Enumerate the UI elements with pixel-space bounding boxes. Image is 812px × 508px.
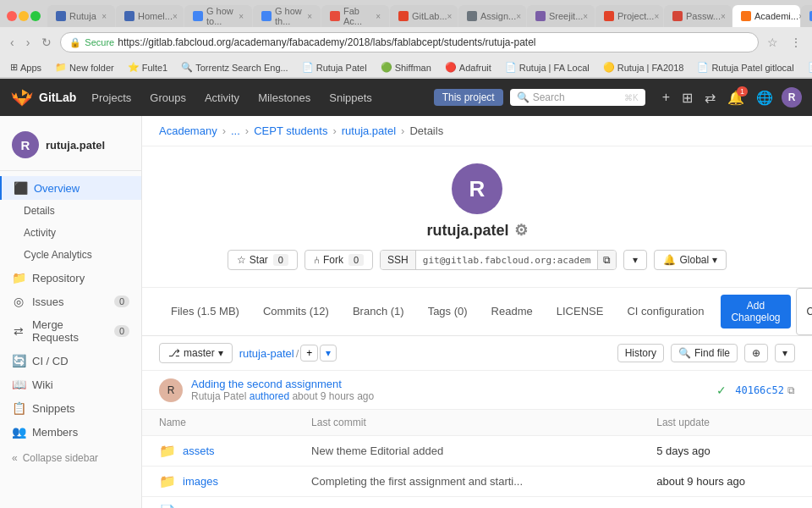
bookmark-torrentz[interactable]: 🔍 Torrentz Search Eng... bbox=[178, 61, 291, 74]
browser-tab-6[interactable]: Assign... × bbox=[458, 5, 526, 27]
sidebar-item-members[interactable]: 👥 Members bbox=[0, 420, 141, 444]
browser-tab-0[interactable]: Rutuja × bbox=[47, 5, 115, 27]
tab-readme[interactable]: Readme bbox=[480, 298, 545, 326]
bookmark-adafruit[interactable]: 🔴 Adafruit bbox=[442, 61, 495, 74]
find-file-button[interactable]: 🔍 Find file bbox=[671, 344, 738, 362]
bookmark-fa-local[interactable]: 📄 Rutuja | FA Local bbox=[502, 61, 593, 74]
ssh-label[interactable]: SSH bbox=[381, 251, 416, 269]
sidebar-item-repository[interactable]: 📁 Repository bbox=[0, 266, 141, 290]
search-bar[interactable]: 🔍 Search ⌘K bbox=[510, 89, 645, 106]
bookmark-rutuja-patel[interactable]: 📄 Rutuja Patel bbox=[299, 61, 370, 74]
back-button[interactable]: ‹ bbox=[7, 34, 18, 51]
file-link[interactable]: images bbox=[183, 475, 218, 488]
copy-icon[interactable]: ⧉ bbox=[787, 384, 795, 396]
merge-request-button[interactable]: ⇄ bbox=[701, 86, 719, 109]
breadcrumb-cept[interactable]: CEPT students bbox=[254, 124, 327, 137]
tab-ci[interactable]: CI configuration bbox=[615, 298, 716, 326]
tab-close-icon[interactable]: × bbox=[307, 12, 312, 21]
user-avatar[interactable]: R bbox=[782, 87, 802, 108]
maximize-button[interactable] bbox=[30, 11, 41, 21]
tab-license[interactable]: LICENSE bbox=[545, 298, 616, 326]
add-button[interactable]: + bbox=[659, 86, 673, 108]
bookmark-fablocal[interactable]: 📄 Rutuja Patel | fablocal bbox=[804, 61, 812, 74]
notification-button[interactable]: 🔔 Global ▾ bbox=[654, 250, 727, 270]
globe-button[interactable]: 🌐 bbox=[753, 86, 776, 109]
nav-milestones[interactable]: Milestones bbox=[250, 88, 319, 108]
tab-close-icon[interactable]: × bbox=[654, 12, 659, 21]
browser-tab-7[interactable]: Sreejit... × bbox=[527, 5, 595, 27]
ssh-copy-button[interactable]: ⧉ bbox=[597, 251, 616, 269]
dropdown-icon[interactable]: ▾ bbox=[320, 345, 337, 362]
tab-branch[interactable]: Branch (1) bbox=[341, 298, 416, 326]
notifications-button[interactable]: 🔔 1 bbox=[724, 86, 748, 109]
more-options-button[interactable]: ▾ bbox=[623, 250, 647, 270]
add-file-button[interactable]: + bbox=[300, 345, 318, 362]
sidebar-item-wiki[interactable]: 📖 Wiki bbox=[0, 373, 141, 396]
commit-action-link[interactable]: authored bbox=[250, 390, 289, 402]
add-contribution-button[interactable]: Add Contribution guide bbox=[796, 288, 813, 335]
sidebar-item-activity[interactable]: Activity bbox=[0, 222, 141, 244]
tab-files[interactable]: Files (1.5 MB) bbox=[159, 298, 251, 326]
sidebar-item-cycle-analytics[interactable]: Cycle Analytics bbox=[0, 244, 141, 266]
tab-close-icon[interactable]: × bbox=[239, 12, 244, 21]
url-bar[interactable]: 🔒 Secure https://gitlab.fabcloud.org/aca… bbox=[60, 32, 759, 52]
sidebar-item-issues[interactable]: ◎ Issues 0 bbox=[0, 290, 141, 313]
tab-close-icon[interactable]: × bbox=[447, 12, 453, 21]
reload-button[interactable]: ↻ bbox=[38, 34, 55, 51]
history-button[interactable]: History bbox=[617, 344, 664, 362]
commit-hash-value[interactable]: 40166c52 bbox=[735, 384, 784, 396]
breadcrumb-academany[interactable]: Academany bbox=[159, 124, 217, 137]
nav-groups[interactable]: Groups bbox=[141, 88, 195, 108]
panel-button[interactable]: ⊞ bbox=[678, 86, 696, 109]
nav-projects[interactable]: Projects bbox=[83, 88, 140, 108]
bookmark-fulte[interactable]: ⭐ Fulte1 bbox=[124, 61, 172, 74]
close-button[interactable] bbox=[7, 11, 17, 21]
file-link[interactable]: assets bbox=[183, 444, 215, 457]
commit-message[interactable]: Adding the second assignment bbox=[191, 378, 708, 390]
sidebar-item-overview[interactable]: ⬛ Overview bbox=[0, 176, 141, 200]
branch-path-name[interactable]: rutuja-patel bbox=[239, 347, 294, 360]
bookmark-folder[interactable]: 📁 New folder bbox=[52, 61, 118, 74]
options-button[interactable]: ▾ bbox=[775, 344, 795, 362]
tab-close-icon[interactable]: × bbox=[173, 12, 178, 21]
browser-tab-11[interactable]: New Tab × bbox=[801, 5, 812, 27]
browser-tab-3[interactable]: G how th... × bbox=[253, 5, 321, 27]
tab-close-icon[interactable]: × bbox=[102, 12, 107, 21]
browser-tab-9[interactable]: Passw... × bbox=[664, 5, 732, 27]
bookmark-button[interactable]: ☆ bbox=[764, 34, 782, 51]
branch-select[interactable]: ⎇ master ▾ bbox=[159, 343, 233, 363]
more-actions-button[interactable]: ⊕ bbox=[744, 344, 768, 362]
add-changelog-button[interactable]: Add Changelog bbox=[721, 295, 790, 329]
bookmark-apps[interactable]: ⊞ Apps bbox=[7, 61, 45, 74]
sidebar-collapse-button[interactable]: « Collapse sidebar bbox=[0, 447, 141, 469]
tab-close-icon[interactable]: × bbox=[516, 12, 521, 21]
this-project-button[interactable]: This project bbox=[434, 89, 503, 106]
star-button[interactable]: ☆ Star 0 bbox=[228, 250, 298, 270]
tab-close-icon[interactable]: × bbox=[583, 12, 588, 21]
sidebar-item-details[interactable]: Details bbox=[0, 200, 141, 222]
nav-activity[interactable]: Activity bbox=[196, 88, 248, 108]
browser-tab-2[interactable]: G how to... × bbox=[184, 5, 252, 27]
bookmark-shiffman[interactable]: 🟢 Shiffman bbox=[377, 61, 435, 74]
menu-button[interactable]: ⋮ bbox=[787, 34, 805, 51]
sidebar-item-snippets[interactable]: 📋 Snippets bbox=[0, 396, 141, 420]
breadcrumb-ellipsis[interactable]: ... bbox=[231, 124, 240, 137]
browser-tab-10[interactable]: Academi... × bbox=[732, 5, 800, 27]
browser-tab-4[interactable]: Fab Ac... × bbox=[321, 5, 389, 27]
fork-button[interactable]: ⑃ Fork 0 bbox=[304, 250, 373, 270]
gitlab-logo[interactable]: GitLab bbox=[10, 86, 76, 109]
tab-tags[interactable]: Tags (0) bbox=[416, 298, 480, 326]
browser-tab-8[interactable]: Project... × bbox=[595, 5, 663, 27]
tab-commits[interactable]: Commits (12) bbox=[251, 298, 341, 326]
tab-close-icon[interactable]: × bbox=[376, 12, 381, 21]
nav-snippets[interactable]: Snippets bbox=[321, 88, 381, 108]
forward-button[interactable]: › bbox=[23, 34, 34, 51]
bookmark-fa2018[interactable]: 🟡 Rutuja | FA2018 bbox=[600, 61, 688, 74]
sidebar-item-merge-requests[interactable]: ⇄ Merge Requests 0 bbox=[0, 313, 141, 349]
sidebar-item-ci-cd[interactable]: 🔄 CI / CD bbox=[0, 349, 141, 373]
breadcrumb-rutuja[interactable]: rutuja.patel bbox=[342, 124, 396, 137]
minimize-button[interactable] bbox=[19, 11, 29, 21]
browser-tab-5[interactable]: GitLab... × bbox=[390, 5, 458, 27]
browser-tab-1[interactable]: Homel... × bbox=[116, 5, 184, 27]
tab-close-icon[interactable]: × bbox=[721, 12, 726, 21]
